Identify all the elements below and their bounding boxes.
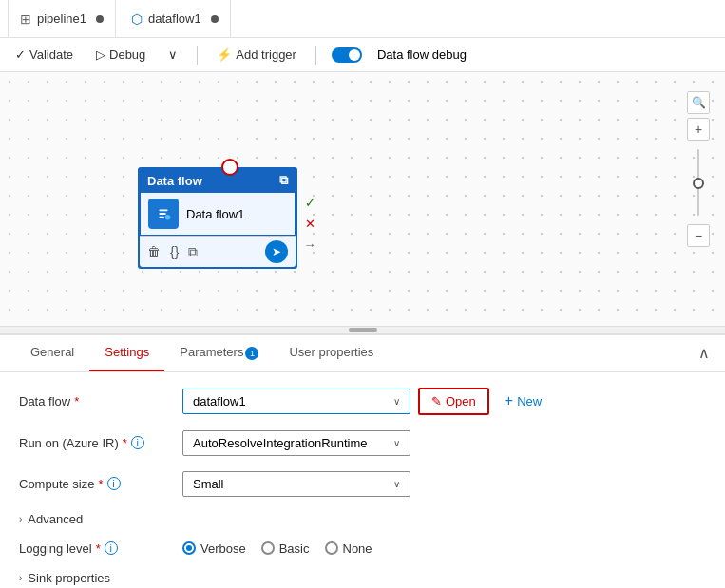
sink-chevron-icon: › xyxy=(19,573,22,583)
new-button-label: New xyxy=(517,394,542,408)
data-flow-debug-label: Data flow debug xyxy=(377,47,467,62)
compute-size-info-icon[interactable]: i xyxy=(107,477,121,490)
canvas: Data flow ⧉ Data flow1 🗑 {} ⧉ ➤ xyxy=(0,72,725,326)
new-button[interactable]: + New xyxy=(497,388,549,414)
run-on-field-row: Run on (Azure IR) * i AutoResolveIntegra… xyxy=(19,430,706,456)
chevron-down-icon: ∨ xyxy=(393,396,400,407)
open-button-label: Open xyxy=(446,394,476,408)
basic-radio-circle xyxy=(261,541,275,555)
logging-info-icon[interactable]: i xyxy=(105,541,118,555)
radio-basic[interactable]: Basic xyxy=(261,541,310,556)
required-star2: * xyxy=(123,436,127,450)
advanced-label: Advanced xyxy=(28,512,83,526)
external-link-icon[interactable]: ⧉ xyxy=(279,173,288,188)
zoom-slider[interactable] xyxy=(697,144,699,220)
node-go-button[interactable]: ➤ xyxy=(265,240,288,263)
zoom-slider-track xyxy=(697,149,699,216)
none-radio-circle xyxy=(325,541,338,555)
top-bar: ⊞ pipeline1 ⬡ dataflow1 xyxy=(0,0,725,38)
compute-size-chevron-icon: ∨ xyxy=(393,479,400,489)
data-flow-dropdown-value: dataflow1 xyxy=(193,394,246,408)
zoom-controls: 🔍 + − xyxy=(687,91,710,247)
dataflow-dot xyxy=(211,15,219,23)
svg-point-1 xyxy=(165,215,171,220)
dataflow-tab-label: dataflow1 xyxy=(148,11,201,26)
collapse-panel-button[interactable]: ∧ xyxy=(698,344,710,362)
chevron-down-icon: ∨ xyxy=(168,47,178,62)
node-df-icon xyxy=(148,199,179,229)
verbose-radio-circle xyxy=(182,541,196,555)
debug-label: Debug xyxy=(109,47,145,62)
pipeline-tab-label: pipeline1 xyxy=(37,11,86,26)
compute-size-value: Small xyxy=(193,477,224,491)
validate-icon: ✓ xyxy=(15,47,26,62)
required-star3: * xyxy=(98,477,103,491)
run-on-info-icon[interactable]: i xyxy=(131,436,144,449)
toggle-knob xyxy=(349,49,360,61)
run-on-dropdown[interactable]: AutoResolveIntegrationRuntime ∨ xyxy=(182,430,410,456)
logging-level-label: Logging level * i xyxy=(19,541,171,556)
tab-user-properties[interactable]: User properties xyxy=(274,335,389,371)
data-flow-label: Data flow * xyxy=(19,394,171,408)
node-body: Data flow1 xyxy=(140,192,296,236)
dataflow-tab[interactable]: ⬡ dataflow1 xyxy=(120,0,231,38)
verbose-label: Verbose xyxy=(200,541,246,556)
trigger-icon: ⚡ xyxy=(217,47,232,62)
copy-action-icon[interactable]: ⧉ xyxy=(188,244,198,260)
zoom-out-button[interactable]: − xyxy=(687,224,710,247)
canvas-background xyxy=(0,72,725,326)
zoom-in-button[interactable]: + xyxy=(687,118,710,141)
pipeline-dot xyxy=(96,15,104,23)
tab-parameters[interactable]: Parameters1 xyxy=(164,335,274,371)
arrow-icon: → xyxy=(301,236,318,253)
required-star: * xyxy=(74,394,79,408)
node-box: Data flow ⧉ Data flow1 🗑 {} ⧉ ➤ xyxy=(138,167,297,269)
settings-content: Data flow * dataflow1 ∨ ✎ Open + New xyxy=(0,372,725,589)
data-flow-dropdown[interactable]: dataflow1 ∨ xyxy=(182,389,410,414)
tab-settings[interactable]: Settings xyxy=(89,335,164,371)
node-top-circle xyxy=(221,159,238,176)
debug-button[interactable]: ▷ Debug xyxy=(92,47,149,62)
parameters-badge: 1 xyxy=(245,347,258,360)
validate-button[interactable]: ✓ Validate xyxy=(11,47,77,62)
dropdown-arrow-button[interactable]: ∨ xyxy=(164,47,181,62)
x-icon: ✕ xyxy=(301,215,318,232)
validate-label: Validate xyxy=(29,47,73,62)
data-flow-controls: dataflow1 ∨ ✎ Open + New xyxy=(182,388,549,415)
open-button[interactable]: ✎ Open xyxy=(418,388,489,415)
radio-verbose[interactable]: Verbose xyxy=(182,541,246,556)
logging-level-field-row: Logging level * i Verbose Basic None xyxy=(19,541,706,556)
compute-size-controls: Small ∨ xyxy=(182,471,410,497)
compute-size-label: Compute size * i xyxy=(19,477,171,491)
zoom-search-button[interactable]: 🔍 xyxy=(687,91,710,114)
collapse-dot xyxy=(349,328,377,332)
run-on-label: Run on (Azure IR) * i xyxy=(19,436,171,450)
tab-general[interactable]: General xyxy=(15,335,89,371)
basic-label: Basic xyxy=(279,541,310,556)
compute-size-dropdown[interactable]: Small ∨ xyxy=(182,471,410,497)
pencil-icon: ✎ xyxy=(431,394,442,408)
code-action-icon[interactable]: {} xyxy=(170,244,179,259)
data-flow-node[interactable]: Data flow ⧉ Data flow1 🗑 {} ⧉ ➤ xyxy=(138,167,297,269)
data-flow-debug-toggle[interactable] xyxy=(332,47,362,63)
toolbar-divider xyxy=(197,46,198,65)
delete-action-icon[interactable]: 🗑 xyxy=(147,244,161,259)
check-icon: ✓ xyxy=(301,194,318,211)
dataflow-icon: ⬡ xyxy=(131,11,143,27)
advanced-expand[interactable]: › Advanced xyxy=(19,512,706,526)
sink-properties-label: Sink properties xyxy=(28,571,110,585)
toolbar-divider2 xyxy=(315,46,316,65)
none-label: None xyxy=(343,541,372,556)
radio-none[interactable]: None xyxy=(325,541,372,556)
add-trigger-button[interactable]: ⚡ Add trigger xyxy=(213,47,300,62)
required-star4: * xyxy=(96,541,101,556)
zoom-slider-thumb[interactable] xyxy=(693,178,704,189)
bottom-panel: General Settings Parameters1 User proper… xyxy=(0,333,725,589)
tabs-row: General Settings Parameters1 User proper… xyxy=(0,335,725,372)
pipeline-tab[interactable]: ⊞ pipeline1 xyxy=(8,0,116,38)
node-header: Data flow ⧉ xyxy=(140,169,296,192)
collapse-handle[interactable] xyxy=(0,326,725,333)
run-on-chevron-icon: ∨ xyxy=(393,438,400,448)
node-actions: 🗑 {} ⧉ ➤ xyxy=(140,236,296,267)
sink-properties-expand[interactable]: › Sink properties xyxy=(19,571,706,585)
